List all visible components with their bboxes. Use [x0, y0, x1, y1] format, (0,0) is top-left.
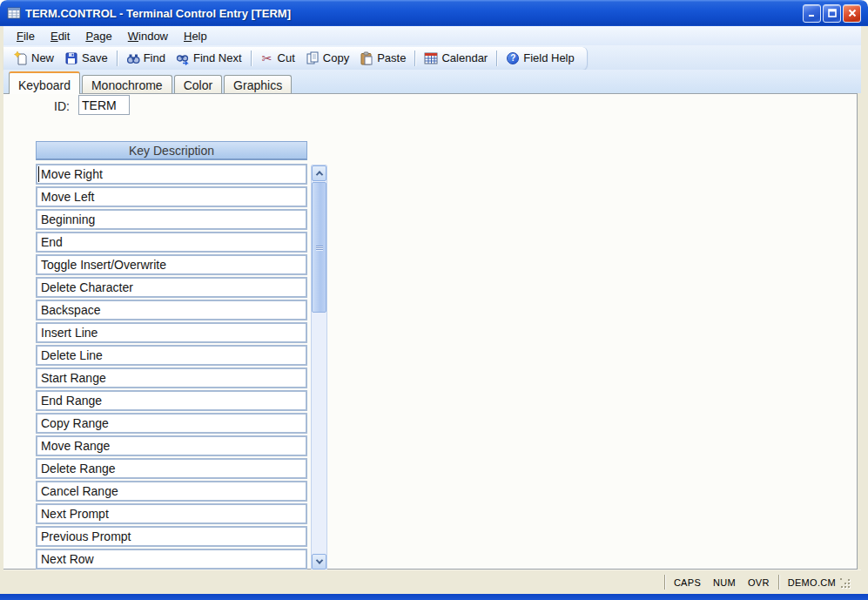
window-icon [7, 6, 21, 20]
field-help-icon: ? [506, 51, 520, 65]
toolbar-separator [251, 51, 252, 66]
toolbar-separator [496, 51, 497, 66]
scrollbar-thumb[interactable] [312, 182, 326, 313]
grid-cell[interactable]: Toggle Insert/Overwrite [36, 254, 307, 275]
toolbar: New Save Find Find Next [3, 45, 861, 70]
content-panel: ID: Key Description Move Right Move Left… [3, 93, 858, 570]
paste-button[interactable]: Paste [354, 50, 411, 67]
window-frame-bottom [0, 594, 868, 600]
status-separator [664, 575, 665, 590]
save-button[interactable]: Save [59, 50, 113, 67]
scroll-down-button[interactable] [312, 554, 326, 570]
grid-cell[interactable]: Move Right [36, 164, 307, 185]
grid-cell[interactable]: Insert Line [36, 322, 307, 343]
menu-file[interactable]: File [9, 28, 43, 44]
window-title: TERM.CONTROL - Terminal Control Entry [T… [25, 7, 291, 20]
grid-cell[interactable]: Copy Range [36, 413, 307, 434]
grid-column-header: Key Description [36, 141, 307, 160]
new-icon [14, 51, 28, 65]
menu-edit[interactable]: Edit [43, 28, 77, 44]
copy-button[interactable]: Copy [300, 50, 354, 67]
num-indicator: NUM [707, 577, 742, 588]
toolbar-separator [117, 51, 118, 66]
find-button[interactable]: Find [121, 50, 171, 67]
cut-button[interactable]: ✂ Cut [255, 50, 300, 67]
grid-cell[interactable]: Cancel Range [36, 481, 307, 502]
vertical-scrollbar[interactable] [311, 165, 327, 570]
save-icon [64, 51, 78, 65]
menu-help[interactable]: Help [176, 28, 215, 44]
paste-icon [360, 51, 373, 65]
new-label: New [31, 51, 54, 64]
account-indicator: DEMO.CM [782, 577, 842, 588]
tab-color[interactable]: Color [174, 75, 222, 93]
calendar-label: Calendar [441, 51, 488, 64]
field-help-button[interactable]: ? Field Help [501, 50, 580, 67]
paste-label: Paste [377, 51, 406, 64]
grid-cell[interactable]: Next Prompt [36, 503, 307, 524]
chevron-up-icon [315, 171, 322, 178]
save-label: Save [82, 51, 108, 64]
menu-page[interactable]: Page [77, 28, 119, 44]
cut-label: Cut [278, 51, 295, 64]
find-next-label: Find Next [193, 51, 242, 64]
grid-cell[interactable]: End [36, 232, 307, 253]
cut-icon: ✂ [260, 51, 274, 65]
calendar-button[interactable]: Calendar [419, 50, 493, 67]
grid-cell[interactable]: Delete Range [36, 458, 307, 479]
grid-cell[interactable]: End Range [36, 390, 307, 411]
minimize-button[interactable] [803, 4, 821, 23]
scroll-up-button[interactable] [312, 165, 326, 181]
tab-strip: Keyboard Monochrome Color Graphics [3, 70, 861, 93]
find-next-icon [176, 51, 190, 65]
find-label: Find [144, 51, 165, 64]
grid-cell[interactable]: Backspace [36, 300, 307, 320]
close-button[interactable] [843, 4, 861, 23]
toolbar-separator [414, 51, 415, 66]
id-input[interactable] [78, 95, 130, 115]
chevron-down-icon [315, 556, 322, 563]
thumb-grip-icon [316, 246, 323, 246]
tab-graphics[interactable]: Graphics [224, 75, 292, 93]
find-next-button[interactable]: Find Next [171, 50, 247, 67]
grid-cell[interactable]: Move Left [36, 186, 307, 207]
grid-cell[interactable]: Move Range [36, 435, 307, 456]
find-icon [126, 51, 140, 65]
title-bar[interactable]: TERM.CONTROL - Terminal Control Entry [T… [0, 0, 868, 26]
grid-cell[interactable]: Start Range [36, 367, 307, 388]
maximize-button[interactable] [823, 4, 841, 23]
ovr-indicator: OVR [742, 577, 776, 588]
grid-cell[interactable]: Delete Line [36, 345, 307, 366]
grid-cell[interactable]: Previous Prompt [36, 526, 307, 547]
new-button[interactable]: New [9, 50, 59, 67]
menu-bar: File Edit Page Window Help [3, 26, 861, 45]
grid-cell[interactable]: Delete Character [36, 277, 307, 298]
tab-monochrome[interactable]: Monochrome [82, 75, 172, 93]
toolbar-group: New Save Find Find Next [3, 47, 588, 70]
resize-grip[interactable] [840, 578, 851, 590]
status-bar: CAPS NUM OVR DEMO.CM [3, 570, 861, 594]
copy-label: Copy [323, 51, 349, 64]
field-help-label: Field Help [523, 51, 575, 64]
status-separator [778, 575, 779, 590]
grid-cell[interactable]: Next Row [36, 549, 307, 570]
calendar-icon [424, 51, 438, 65]
text-cursor [38, 166, 39, 182]
window-controls [803, 4, 863, 23]
app-window: TERM.CONTROL - Terminal Control Entry [T… [0, 0, 868, 600]
tab-keyboard[interactable]: Keyboard [9, 71, 80, 94]
id-label: ID: [38, 99, 70, 113]
copy-icon [306, 51, 320, 65]
grid-cell[interactable]: Beginning [36, 209, 307, 230]
caps-indicator: CAPS [668, 577, 707, 588]
key-description-grid: Move Right Move Left Beginning End Toggl… [36, 164, 307, 571]
menu-window[interactable]: Window [120, 28, 176, 44]
